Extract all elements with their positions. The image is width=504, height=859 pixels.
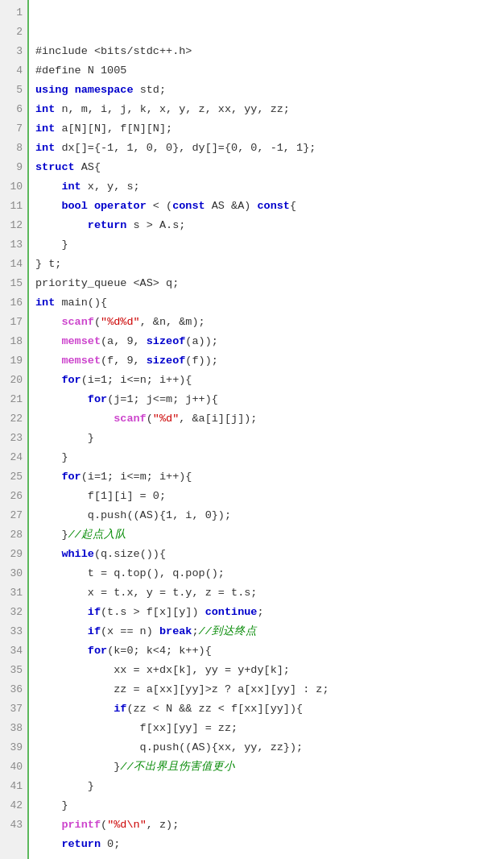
line-number: 33 — [0, 622, 27, 641]
line-number: 10 — [0, 177, 27, 197]
line-number: 39 — [0, 738, 27, 757]
code-line: }//不出界且伤害值更小 — [35, 757, 498, 777]
line-number: 2 — [0, 23, 27, 42]
line-number: 12 — [0, 216, 27, 235]
code-line: int a[N][N], f[N][N]; — [35, 119, 498, 139]
code-line: #define N 1005 — [35, 61, 498, 81]
line-number: 17 — [0, 313, 27, 332]
line-number: 38 — [0, 719, 27, 738]
code-line: f[xx][yy] = zz; — [35, 719, 498, 738]
line-number: 1 — [0, 3, 27, 23]
code-line: x = t.x, y = t.y, z = t.s; — [35, 583, 498, 603]
code-line: } t; — [35, 255, 498, 274]
line-number: 37 — [0, 699, 27, 719]
line-number: 43 — [0, 815, 27, 835]
code-line: struct AS{ — [35, 158, 498, 177]
code-line: return 0; — [35, 835, 498, 854]
code-line: priority_queue <AS> q; — [35, 274, 498, 293]
code-line: memset(a, 9, sizeof(a)); — [35, 332, 498, 351]
line-number: 14 — [0, 255, 27, 274]
line-number: 18 — [0, 332, 27, 351]
line-number: 28 — [0, 525, 27, 545]
line-number: 36 — [0, 680, 27, 699]
code-line: int dx[]={-1, 1, 0, 0}, dy[]={0, 0, -1, … — [35, 139, 498, 158]
line-number: 15 — [0, 274, 27, 293]
code-line: int n, m, i, j, k, x, y, z, xx, yy, zz; — [35, 100, 498, 119]
code-line: while(q.size()){ — [35, 545, 498, 564]
code-line: }//起点入队 — [35, 525, 498, 545]
code-line: } — [35, 235, 498, 255]
line-number: 26 — [0, 487, 27, 506]
code-line: scanf("%d", &a[i][j]); — [35, 409, 498, 429]
line-number: 6 — [0, 100, 27, 119]
code-line: if(zz < N && zz < f[xx][yy]){ — [35, 699, 498, 719]
code-line: } — [35, 429, 498, 448]
code-line: #include <bits/stdc++.h> — [35, 42, 498, 61]
code-line: printf("%d\n", z); — [35, 815, 498, 835]
line-number: 5 — [0, 81, 27, 100]
line-number: 9 — [0, 158, 27, 177]
code-line: return s > A.s; — [35, 216, 498, 235]
line-number: 25 — [0, 467, 27, 487]
code-line: } — [35, 854, 498, 859]
line-number: 13 — [0, 235, 27, 255]
line-number: 29 — [0, 545, 27, 564]
line-number: 7 — [0, 119, 27, 139]
code-line: xx = x+dx[k], yy = y+dy[k]; — [35, 661, 498, 680]
code-line: if(x == n) break;//到达终点 — [35, 622, 498, 641]
code-line: } — [35, 796, 498, 815]
code-line: using namespace std; — [35, 81, 498, 100]
code-line: for(j=1; j<=m; j++){ — [35, 390, 498, 409]
code-line: zz = a[xx][yy]>z ? a[xx][yy] : z; — [35, 680, 498, 699]
line-number: 31 — [0, 583, 27, 603]
line-number: 4 — [0, 61, 27, 81]
line-number: 27 — [0, 506, 27, 525]
line-number: 16 — [0, 293, 27, 313]
line-numbers: 1234567891011121314151617181920212223242… — [0, 0, 29, 859]
line-number: 35 — [0, 661, 27, 680]
line-number: 40 — [0, 757, 27, 777]
code-line: } — [35, 777, 498, 796]
code-line: bool operator < (const AS &A) const{ — [35, 197, 498, 216]
line-number: 20 — [0, 371, 27, 390]
line-number: 21 — [0, 390, 27, 409]
code-container: 1234567891011121314151617181920212223242… — [0, 0, 504, 859]
code-content[interactable]: #include <bits/stdc++.h>#define N 1005us… — [29, 0, 504, 859]
line-number: 32 — [0, 603, 27, 622]
line-number: 8 — [0, 139, 27, 158]
code-line: } — [35, 448, 498, 467]
line-number: 11 — [0, 197, 27, 216]
code-line: f[1][i] = 0; — [35, 487, 498, 506]
code-line: t = q.top(), q.pop(); — [35, 564, 498, 583]
line-number: 24 — [0, 448, 27, 467]
line-number: 41 — [0, 777, 27, 796]
line-number: 42 — [0, 796, 27, 815]
code-line: if(t.s > f[x][y]) continue; — [35, 603, 498, 622]
code-line: int main(){ — [35, 293, 498, 313]
line-number: 30 — [0, 564, 27, 583]
code-line: int x, y, s; — [35, 177, 498, 197]
code-line: scanf("%d%d", &n, &m); — [35, 313, 498, 332]
code-line: q.push((AS){1, i, 0}); — [35, 506, 498, 525]
line-number: 3 — [0, 42, 27, 61]
code-line: memset(f, 9, sizeof(f)); — [35, 351, 498, 371]
line-number: 23 — [0, 429, 27, 448]
line-number: 22 — [0, 409, 27, 429]
code-line: for(i=1; i<=m; i++){ — [35, 467, 498, 487]
line-number: 19 — [0, 351, 27, 371]
line-number: 34 — [0, 641, 27, 661]
code-line: q.push((AS){xx, yy, zz}); — [35, 738, 498, 757]
code-line: for(k=0; k<4; k++){ — [35, 641, 498, 661]
code-line: for(i=1; i<=n; i++){ — [35, 371, 498, 390]
